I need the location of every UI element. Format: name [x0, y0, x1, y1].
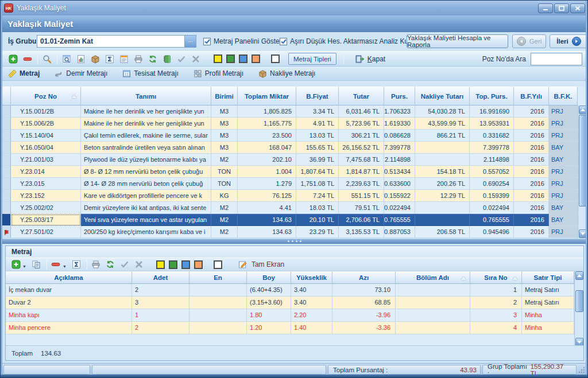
cell[interactable]: Plywood ile düz yüzeyli betonarme kalıbı… [81, 154, 211, 166]
calculate-report-button[interactable]: Yaklaşık Maliyeti Hesapla ve Raporla [407, 34, 508, 48]
column-header[interactable]: Açıklama [6, 271, 132, 284]
tab-ruler[interactable]: Metraj [8, 69, 40, 78]
cell[interactable]: 68.85 [332, 297, 396, 309]
cell[interactable]: 5,723.96 TL [339, 118, 384, 130]
cell[interactable]: 7,475.68 TL [339, 154, 384, 166]
column-header[interactable]: Nakliye Tutarı [415, 87, 470, 106]
column-header[interactable]: B.F.K. [549, 87, 578, 106]
add-icon[interactable] [7, 53, 18, 64]
row-indicator[interactable] [2, 130, 11, 142]
scroll-up-button[interactable] [575, 271, 583, 280]
close-panel-button[interactable]: Kapat [354, 53, 385, 64]
poz-search-input[interactable] [531, 53, 582, 65]
checkbox-checked-icon[interactable] [280, 38, 287, 45]
cell[interactable]: 134.63 [238, 226, 296, 238]
next-button[interactable]: İleri [550, 34, 588, 48]
cell[interactable]: 1.004 [238, 166, 296, 178]
checkbox-checked-icon[interactable] [203, 38, 211, 45]
cell[interactable]: -3.36 [332, 322, 396, 334]
column-header[interactable]: Purs. [384, 87, 415, 106]
table-row[interactable]: Y.25.003/17Yeni sıva yüzeylere macun ve … [2, 214, 587, 226]
cell[interactable]: Makine ile her derinlik ve her genişlikt… [81, 118, 211, 130]
tab-profil[interactable]: Profil Metrajı [194, 69, 243, 78]
cell[interactable]: 155.65 TL [296, 142, 339, 154]
cell[interactable]: 12.29 TL [415, 190, 470, 202]
scroll-thumb[interactable] [575, 290, 583, 312]
cell[interactable]: 2016 [514, 154, 549, 166]
cell[interactable]: 0.765555 [470, 214, 514, 226]
row-indicator[interactable] [2, 190, 11, 202]
table-row[interactable]: Y.15.006/2BMakine ile her derinlik ve he… [2, 118, 587, 130]
cell[interactable]: Ø 8- Ø 12 mm nervürlü beton çelik çubuğu [81, 166, 211, 178]
cell[interactable]: M2 [211, 154, 238, 166]
cell[interactable]: 4 [470, 322, 522, 334]
row-indicator[interactable] [2, 154, 11, 166]
color-swatch-icon[interactable] [214, 260, 222, 269]
table-row[interactable]: Y.16.050/04Beton santralinde üretilen ve… [2, 142, 587, 154]
cell[interactable]: 1.40 [291, 322, 332, 334]
color-swatch-icon[interactable] [194, 260, 203, 269]
cell[interactable]: 1,165.775 [238, 118, 296, 130]
cell[interactable]: BAY [549, 202, 578, 214]
cell[interactable]: Duvar 2 [6, 297, 132, 309]
cell[interactable]: 26,156.52 TL [339, 142, 384, 154]
cell[interactable]: 200.26 TL [415, 178, 470, 190]
cell[interactable]: Metraj Satırı [522, 297, 574, 309]
cell[interactable]: PRJ [549, 226, 578, 238]
minimize-button[interactable] [538, 3, 553, 13]
row-indicator[interactable] [2, 118, 11, 130]
cell[interactable]: 1,805.825 [238, 106, 296, 118]
cell[interactable]: M3 [211, 118, 238, 130]
cell[interactable]: 2016 [514, 130, 549, 142]
cell[interactable]: 134.63 [238, 214, 296, 226]
column-header[interactable]: Poz No [11, 87, 81, 106]
cell[interactable]: 4.91 TL [296, 118, 339, 130]
cell[interactable]: 0.690254 [470, 178, 514, 190]
row-indicator[interactable] [2, 106, 11, 118]
cancel-icon[interactable] [134, 259, 145, 270]
cell[interactable]: 0.945496 [470, 226, 514, 238]
cell[interactable]: -3.96 [332, 309, 396, 322]
cell[interactable]: 0.331682 [470, 130, 514, 142]
cell[interactable]: 2.114898 [470, 154, 514, 166]
cell[interactable]: PRJ [549, 130, 578, 142]
cell[interactable]: 306.21 TL [339, 130, 384, 142]
cell[interactable]: M3 [211, 130, 238, 142]
cell[interactable]: 1,751.08 TL [296, 178, 339, 190]
cell[interactable]: Kare ve dikdörtgen profillerle pencere v… [81, 190, 211, 202]
column-header[interactable]: B.Fiyat [296, 87, 339, 106]
cell[interactable]: Y.23.015 [11, 178, 81, 190]
cell[interactable]: 0.765555 [384, 214, 415, 226]
cell[interactable]: Y.23.152 [11, 190, 81, 202]
cell[interactable]: Metraj Satırı [522, 284, 574, 297]
cell[interactable]: 2016 [514, 178, 549, 190]
cell[interactable]: 2 [132, 322, 189, 334]
cell[interactable]: (6.40+4.35) [247, 284, 291, 297]
cell[interactable]: 2 [470, 297, 522, 309]
table-row[interactable]: Y.23.014Ø 8- Ø 12 mm nervürlü beton çeli… [2, 166, 587, 178]
cell[interactable]: 2016 [514, 142, 549, 154]
cell[interactable]: 1.279 [238, 178, 296, 190]
column-header[interactable]: Boy [247, 271, 291, 284]
cell[interactable]: Y.25.003/17 [11, 214, 81, 226]
cell[interactable]: 76.125 [238, 190, 296, 202]
cell[interactable] [415, 202, 470, 214]
cell[interactable]: 0.086628 [384, 130, 415, 142]
cell[interactable]: 1,814.87 TL [339, 166, 384, 178]
table-row[interactable]: Y.25.002/02Demir yüzeylere iki kat antip… [2, 202, 587, 214]
sum-icon[interactable] [71, 259, 82, 270]
column-header[interactable]: Toplam Miktar [238, 87, 296, 106]
print-icon[interactable] [133, 53, 144, 64]
resize-grip[interactable] [578, 366, 586, 374]
table-row[interactable]: Y.15.140/04Çakıl temin edilerek, makine … [2, 130, 587, 142]
cell[interactable]: M2 [211, 202, 238, 214]
cell[interactable]: Minha kapı [6, 309, 132, 322]
cell[interactable]: Y.23.014 [11, 166, 81, 178]
cell[interactable]: 200/250 kg kireç/çimento karışımı kaba v… [81, 226, 211, 238]
color-swatch-icon[interactable] [252, 54, 260, 63]
column-header[interactable]: Adet [132, 271, 189, 284]
cell[interactable]: 3.40 [291, 297, 332, 309]
notebook-icon[interactable] [161, 53, 172, 64]
cell[interactable]: 2016 [514, 202, 549, 214]
list-item[interactable]: Minha pencere21.201.40-3.364Minha [6, 322, 583, 334]
